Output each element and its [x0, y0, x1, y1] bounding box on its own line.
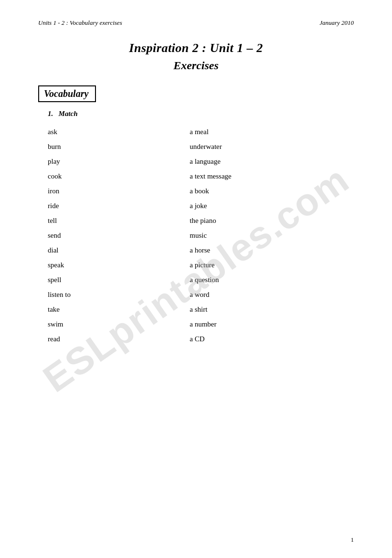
verb-cell: spell	[38, 273, 190, 287]
table-row: takea shirt	[38, 302, 354, 317]
table-row: burnunderwater	[38, 139, 354, 154]
exercise-title: 1. Match	[48, 110, 354, 118]
noun-cell: a word	[190, 287, 354, 302]
verb-cell: ask	[38, 125, 190, 139]
table-row: aska meal	[38, 125, 354, 139]
page-number: 1	[351, 536, 354, 544]
verb-cell: tell	[38, 213, 190, 228]
table-row: speaka picture	[38, 258, 354, 273]
verb-cell: swim	[38, 317, 190, 332]
table-row: sendmusic	[38, 228, 354, 243]
table-row: listen toa word	[38, 287, 354, 302]
vocabulary-label: Vocabulary	[38, 85, 96, 102]
exercise-number: 1.	[48, 110, 53, 117]
verb-cell: play	[38, 154, 190, 169]
noun-cell: a shirt	[190, 302, 354, 317]
verb-cell: dial	[38, 243, 190, 258]
verb-cell: burn	[38, 139, 190, 154]
verb-cell: send	[38, 228, 190, 243]
header-right: January 2010	[319, 19, 354, 27]
noun-cell: a text message	[190, 169, 354, 184]
table-row: diala horse	[38, 243, 354, 258]
main-title: Inspiration 2 : Unit 1 – 2	[38, 41, 354, 55]
table-row: swima number	[38, 317, 354, 332]
page-header: Units 1 - 2 : Vocabulary exercises Janua…	[38, 19, 354, 27]
sub-title: Exercises	[38, 59, 354, 72]
table-row: ridea joke	[38, 199, 354, 213]
verb-cell: take	[38, 302, 190, 317]
noun-cell: a question	[190, 273, 354, 287]
noun-cell: a picture	[190, 258, 354, 273]
table-row: cooka text message	[38, 169, 354, 184]
header-left: Units 1 - 2 : Vocabulary exercises	[38, 19, 122, 27]
table-row: tellthe piano	[38, 213, 354, 228]
noun-cell: the piano	[190, 213, 354, 228]
exercise-name: Match	[59, 110, 78, 117]
table-row: reada CD	[38, 332, 354, 347]
page: Units 1 - 2 : Vocabulary exercises Janua…	[0, 0, 392, 558]
noun-cell: underwater	[190, 139, 354, 154]
table-row: irona book	[38, 184, 354, 199]
noun-cell: a joke	[190, 199, 354, 213]
verb-cell: speak	[38, 258, 190, 273]
verb-cell: iron	[38, 184, 190, 199]
noun-cell: music	[190, 228, 354, 243]
noun-cell: a meal	[190, 125, 354, 139]
verb-cell: ride	[38, 199, 190, 213]
verb-cell: read	[38, 332, 190, 347]
noun-cell: a number	[190, 317, 354, 332]
noun-cell: a CD	[190, 332, 354, 347]
noun-cell: a language	[190, 154, 354, 169]
table-row: spella question	[38, 273, 354, 287]
noun-cell: a horse	[190, 243, 354, 258]
verb-cell: listen to	[38, 287, 190, 302]
match-table: aska mealburnunderwaterplaya languagecoo…	[38, 125, 354, 347]
verb-cell: cook	[38, 169, 190, 184]
noun-cell: a book	[190, 184, 354, 199]
table-row: playa language	[38, 154, 354, 169]
